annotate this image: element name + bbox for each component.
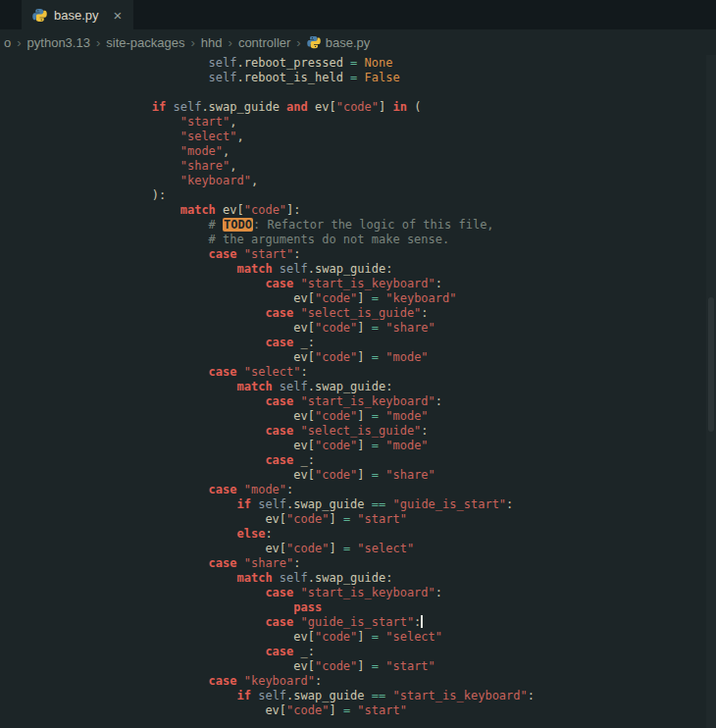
code-line[interactable]: case "select": xyxy=(95,365,716,380)
scrollbar[interactable] xyxy=(706,55,716,728)
close-icon[interactable]: × xyxy=(112,8,125,23)
breadcrumb-item[interactable]: o xyxy=(4,35,11,50)
code-line[interactable]: ev["code"] = "select" xyxy=(95,630,716,645)
tab-base-py[interactable]: base.py × xyxy=(22,0,133,29)
code-line[interactable]: case "mode": xyxy=(95,483,716,497)
code-line[interactable]: # TODO: Refactor the logic of this file, xyxy=(95,218,716,233)
code-line[interactable]: if self.swap_guide == "start_is_keyboard… xyxy=(95,689,716,703)
code-line[interactable]: case "start_is_keyboard": xyxy=(95,394,716,409)
code-line[interactable]: case "share": xyxy=(95,556,716,571)
code-line[interactable]: ev["code"] = "share" xyxy=(95,468,716,483)
code-line[interactable]: case _: xyxy=(95,453,716,468)
code-editor[interactable]: self.reboot_pressed = None self.reboot_i… xyxy=(0,55,716,728)
breadcrumb-item[interactable]: hhd xyxy=(201,35,223,50)
python-icon xyxy=(32,8,47,23)
code-line[interactable]: ev["code"] = "select" xyxy=(95,542,716,556)
code-line[interactable]: case "keyboard": xyxy=(95,674,716,689)
code-line[interactable]: "keyboard", xyxy=(95,174,716,188)
code-line[interactable]: else: xyxy=(95,527,716,542)
code-line[interactable]: if self.swap_guide == "guide_is_start": xyxy=(95,497,716,512)
code-line[interactable] xyxy=(95,85,716,100)
chevron-right-icon: › xyxy=(229,35,232,50)
breadcrumb-item[interactable]: controller xyxy=(238,35,290,50)
code-line[interactable]: ev["code"] = "start" xyxy=(95,659,716,674)
code-line[interactable]: pass xyxy=(95,600,716,615)
code-line[interactable]: self.reboot_pressed = None xyxy=(95,56,716,71)
code-line[interactable]: match ev["code"]: xyxy=(95,203,716,218)
code-line[interactable]: case "select_is_guide": xyxy=(95,424,716,439)
code-line[interactable]: ev["code"] = "keyboard" xyxy=(95,291,716,306)
code-line[interactable]: case _: xyxy=(95,645,716,659)
code-line[interactable]: # the arguments do not make sense. xyxy=(95,233,716,247)
python-icon xyxy=(307,35,321,49)
code-line[interactable]: ev["code"] = "start" xyxy=(95,703,716,718)
code-line[interactable]: ev["code"] = "share" xyxy=(95,321,716,336)
code-line[interactable]: "select", xyxy=(95,130,716,144)
chevron-right-icon: › xyxy=(296,35,300,50)
code-line[interactable]: "start", xyxy=(95,115,716,130)
breadcrumb-item-file[interactable]: base.py xyxy=(307,35,371,50)
code-line[interactable]: "share", xyxy=(95,159,716,174)
code-line[interactable]: self.reboot_is_held = False xyxy=(95,71,716,85)
chevron-right-icon: › xyxy=(190,35,194,50)
code-line[interactable]: case "select_is_guide": xyxy=(95,306,716,321)
code-line[interactable]: match self.swap_guide: xyxy=(95,571,716,586)
code-line[interactable]: match self.swap_guide: xyxy=(95,380,716,394)
code-lines: self.reboot_pressed = None self.reboot_i… xyxy=(95,56,716,718)
code-line[interactable]: case _: xyxy=(95,336,716,350)
scrollbar-thumb[interactable] xyxy=(708,297,714,432)
code-line[interactable]: ev["code"] = "mode" xyxy=(95,439,716,453)
breadcrumb-item[interactable]: python3.13 xyxy=(27,35,90,50)
code-line[interactable]: "mode", xyxy=(95,144,716,159)
tab-label: base.py xyxy=(54,8,99,23)
code-line[interactable]: ev["code"] = "mode" xyxy=(95,409,716,424)
code-line[interactable]: ev["code"] = "start" xyxy=(95,512,716,527)
text-cursor xyxy=(421,615,423,628)
code-line[interactable]: match self.swap_guide: xyxy=(95,262,716,277)
chevron-right-icon: › xyxy=(96,35,100,50)
code-line[interactable]: if self.swap_guide and ev["code"] in ( xyxy=(95,100,716,115)
code-line[interactable]: case "start_is_keyboard": xyxy=(95,586,716,600)
breadcrumb-file-label: base.py xyxy=(326,35,371,50)
code-line[interactable]: case "guide_is_start": xyxy=(95,615,716,630)
code-line[interactable]: case "start_is_keyboard": xyxy=(95,277,716,291)
code-line[interactable]: ev["code"] = "mode" xyxy=(95,350,716,365)
code-line[interactable]: case "start": xyxy=(95,247,716,262)
tab-bar: base.py × xyxy=(0,0,716,29)
breadcrumb-item[interactable]: site-packages xyxy=(106,35,184,50)
chevron-right-icon: › xyxy=(17,35,21,50)
code-line[interactable]: ): xyxy=(95,188,716,203)
breadcrumb: o › python3.13 › site-packages › hhd › c… xyxy=(0,29,716,55)
